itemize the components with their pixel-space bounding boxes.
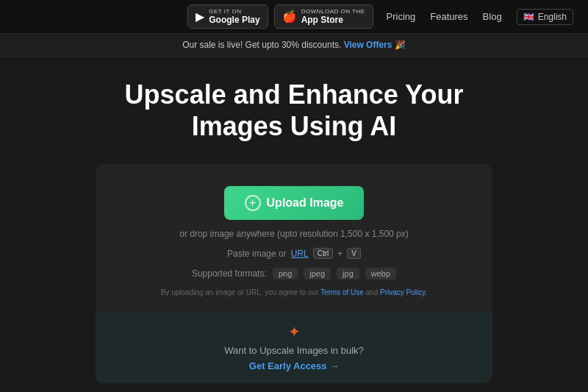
bulk-text: Want to Upscale Images in bulk? (224, 345, 364, 356)
ctrl-kbd: Ctrl (313, 248, 334, 259)
terms-of-use-link[interactable]: Terms of Use (320, 288, 364, 296)
navbar: ▶ GET IT ON Google Play 🍎 Download on th… (0, 0, 588, 34)
sale-emoji: 🎉 (395, 40, 406, 50)
paste-label: Paste image or (227, 249, 287, 259)
flag-icon: 🇬🇧 (523, 12, 534, 22)
plus-separator: + (337, 249, 343, 259)
main-content: Upscale and Enhance Your Images Using AI… (0, 57, 588, 392)
google-play-small-label: GET IT ON (209, 8, 259, 15)
upload-card: + Upload Image or drop image anywhere (u… (96, 164, 492, 383)
format-png: png (273, 268, 298, 279)
pricing-link[interactable]: Pricing (387, 11, 416, 22)
nav-links: Pricing Features Blog 🇬🇧 English (387, 9, 573, 25)
formats-label: Supported formats: (192, 268, 267, 279)
format-webp: webp (365, 268, 396, 279)
formats-row: Supported formats: png jpeg jpg webp (192, 268, 396, 279)
language-button[interactable]: 🇬🇧 English (517, 9, 573, 25)
features-link[interactable]: Features (430, 11, 467, 22)
blog-link[interactable]: Blog (483, 11, 502, 22)
sale-banner: Our sale is live! Get upto 30% discounts… (0, 34, 588, 57)
google-play-button[interactable]: ▶ GET IT ON Google Play (187, 4, 268, 29)
bulk-section: ✦ Want to Upscale Images in bulk? Get Ea… (96, 311, 492, 383)
privacy-policy-link[interactable]: Privacy Policy. (380, 288, 427, 296)
hero-title: Upscale and Enhance Your Images Using AI (125, 79, 464, 142)
apple-icon: 🍎 (282, 10, 297, 24)
google-play-name-label: Google Play (209, 15, 259, 25)
v-kbd: V (347, 248, 361, 259)
upload-button[interactable]: + Upload Image (224, 186, 365, 220)
terms-text: By uploading an image or URL, you agree … (161, 288, 428, 296)
app-store-name-label: App Store (301, 15, 365, 25)
early-access-link[interactable]: Get Early Access → (249, 360, 339, 371)
language-label: English (538, 12, 567, 22)
google-play-icon: ▶ (196, 10, 204, 24)
sale-text: Our sale is live! Get upto 30% discounts… (182, 40, 341, 50)
url-link[interactable]: URL (291, 249, 309, 259)
paste-row: Paste image or URL Ctrl + V (227, 248, 361, 259)
drop-text: or drop image anywhere (upto resolution … (179, 229, 409, 239)
bulk-icon: ✦ (288, 323, 301, 341)
view-offers-link[interactable]: View Offers (344, 40, 392, 50)
app-store-button[interactable]: 🍎 Download on the App Store (274, 4, 373, 29)
upload-area: + Upload Image or drop image anywhere (u… (96, 164, 492, 311)
format-jpeg: jpeg (304, 268, 331, 279)
format-jpg: jpg (337, 268, 359, 279)
plus-circle-icon: + (245, 195, 261, 211)
upload-button-label: Upload Image (267, 196, 344, 210)
app-store-small-label: Download on the (301, 8, 365, 15)
